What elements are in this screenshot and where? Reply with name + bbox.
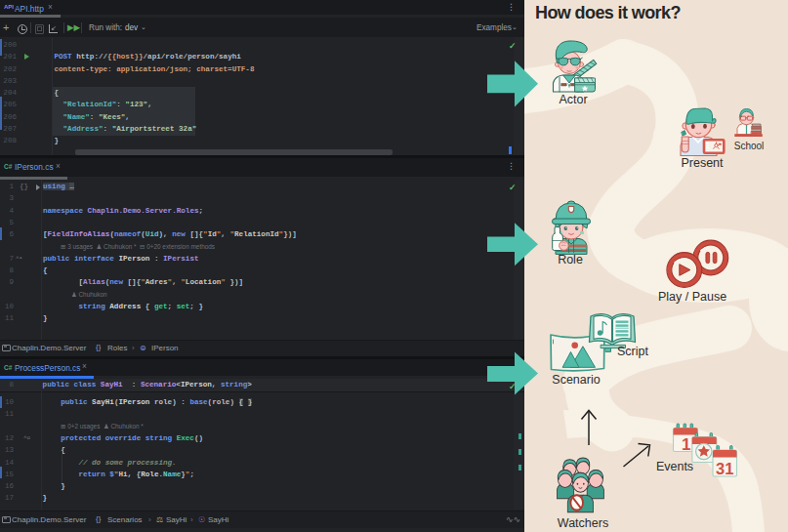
svg-text:1: 1 bbox=[682, 435, 690, 454]
svg-text:31: 31 bbox=[716, 460, 733, 477]
